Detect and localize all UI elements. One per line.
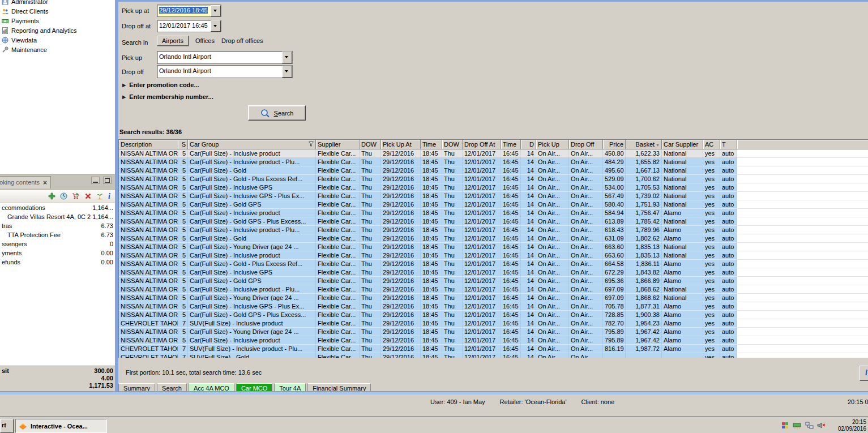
table-cell: Thu: [360, 217, 381, 226]
column-header-time[interactable]: Time: [501, 140, 521, 149]
table-row[interactable]: NISSAN ALTIMA OR ...5Car(Full Size) - Go…: [119, 234, 737, 243]
column-header-description[interactable]: Description: [119, 140, 178, 149]
search-button[interactable]: Search: [248, 105, 306, 121]
table-row[interactable]: NISSAN ALTIMA OR ...5Car(Full Size) - Go…: [119, 311, 737, 319]
network-connection-icon[interactable]: [805, 422, 814, 429]
column-header-price[interactable]: Price: [603, 140, 626, 149]
table-row[interactable]: NISSAN ALTIMA OR ...5Car(Full Size) - Yo…: [119, 328, 737, 336]
table-row[interactable]: NISSAN ALTIMA OR ...5Car(Full Size) - In…: [119, 302, 737, 311]
column-header-ac[interactable]: AC: [703, 140, 720, 149]
table-row[interactable]: NISSAN ALTIMA OR ...5Car(Full Size) - In…: [119, 158, 737, 166]
table-row[interactable]: NISSAN ALTIMA OR ...5Car(Full Size) - In…: [119, 183, 737, 192]
tray-clock[interactable]: 20:15 02/09/2016: [830, 418, 866, 432]
search-in-tab-drop-off-offices[interactable]: Drop off offices: [221, 36, 263, 45]
promotion-code-expander[interactable]: ▶ Enter promotion code...: [122, 82, 199, 88]
dropoff-at-field[interactable]: 12/01/2017 16:45: [157, 20, 221, 32]
column-header-dow[interactable]: DOW: [360, 140, 381, 149]
table-row[interactable]: CHEVROLET TAHOE ...7SUV(Full Size) - Inc…: [119, 345, 737, 353]
column-header-car-group[interactable]: Car Group: [188, 140, 316, 149]
chevron-down-icon[interactable]: [282, 52, 292, 63]
column-header-basket[interactable]: Basket▼: [626, 140, 662, 149]
booking-item[interactable]: yments0.00: [0, 248, 115, 258]
search-in-tab-offices[interactable]: Offices: [195, 36, 215, 45]
info-button[interactable]: i: [860, 366, 868, 381]
pickup-at-field[interactable]: 29/12/2016 18:45: [157, 5, 221, 17]
table-cell: Flexible Car...: [316, 294, 360, 302]
volume-muted-icon[interactable]: [817, 422, 826, 429]
table-row[interactable]: CHEVROLET TAHOE ...7SUV(Full Size) - Inc…: [119, 319, 737, 328]
chevron-down-icon[interactable]: [211, 5, 221, 16]
table-cell: Car(Full Size) - Inclusive product - Plu…: [188, 226, 316, 234]
sidebar-item-administrator[interactable]: Administrator: [2, 0, 114, 6]
info-icon[interactable]: i: [108, 192, 110, 201]
taskbar-window-button[interactable]: Interactive - Ocea...: [15, 419, 107, 433]
column-header-car-supplier[interactable]: Car Supplier: [662, 140, 703, 149]
table-row[interactable]: NISSAN ALTIMA OR ...5Car(Full Size) - In…: [119, 226, 737, 234]
booking-item[interactable]: ssengers0: [0, 239, 115, 248]
table-row[interactable]: NISSAN ALTIMA OR ...5Car(Full Size) - In…: [119, 192, 737, 200]
dropoff-at-value: 12/01/2017 16:45: [157, 20, 211, 32]
booking-item[interactable]: TTA Protection Fee6.73: [0, 230, 115, 239]
booking-item[interactable]: tras6.73: [0, 221, 115, 230]
table-row[interactable]: NISSAN ALTIMA OR ...5Car(Full Size) - In…: [119, 209, 737, 217]
sidebar-item-payments[interactable]: Payments: [2, 16, 114, 25]
table-row[interactable]: NISSAN ALTIMA OR ...5Car(Full Size) - Yo…: [119, 243, 737, 251]
cart-icon[interactable]: [72, 192, 80, 200]
table-row[interactable]: NISSAN ALTIMA OR ...5Car(Full Size) - Yo…: [119, 294, 737, 302]
column-header-time[interactable]: Time: [421, 140, 442, 149]
booking-item[interactable]: ccommodations1,164...: [0, 203, 115, 212]
system-icon[interactable]: [781, 422, 789, 429]
column-header-d[interactable]: D: [521, 140, 536, 149]
table-cell: CHEVROLET TAHOE ...: [119, 345, 178, 353]
booking-contents-tab[interactable]: oking contents ×: [0, 176, 51, 188]
column-header-drop-off[interactable]: Drop Off: [569, 140, 603, 149]
column-header-s[interactable]: S: [178, 140, 188, 149]
maximize-icon[interactable]: [103, 177, 112, 184]
table-row[interactable]: NISSAN ALTIMA OR ...5Car(Full Size) - Go…: [119, 260, 737, 268]
minimize-icon[interactable]: [91, 177, 100, 184]
booking-item[interactable]: Grande Villas Resort 4A, 0C 21,164...: [0, 212, 115, 221]
table-row[interactable]: NISSAN ALTIMA OR ...5Car(Full Size) - In…: [119, 149, 737, 158]
table-row[interactable]: NISSAN ALTIMA OR ...5Car(Full Size) - Go…: [119, 277, 737, 285]
start-button[interactable]: rt: [0, 419, 14, 433]
filter-icon[interactable]: [309, 142, 314, 147]
clock-icon[interactable]: [60, 192, 67, 200]
column-header-dow[interactable]: DOW: [442, 140, 463, 149]
sidebar-item-viewdata[interactable]: Viewdata: [2, 35, 114, 45]
sidebar-item-direct-clients[interactable]: Direct Clients: [2, 6, 114, 16]
column-header-pick-up[interactable]: Pick Up: [536, 140, 569, 149]
sidebar-item-reporting-and-analytics[interactable]: Reporting and Analytics: [2, 25, 114, 35]
table-row[interactable]: NISSAN ALTIMA OR ...5Car(Full Size) - In…: [119, 268, 737, 277]
table-cell: 29/12/2016: [381, 294, 421, 302]
dropoff-location-select[interactable]: Orlando Intl Airport: [157, 65, 293, 78]
close-icon[interactable]: ×: [43, 179, 47, 186]
column-header-pick-up-at[interactable]: Pick Up At: [381, 140, 421, 149]
column-header-t[interactable]: T: [720, 140, 737, 149]
table-row[interactable]: CHEVROLET TAHOE ...7SUV(Full Size) - Gol…: [119, 353, 737, 358]
membership-number-expander[interactable]: ▶ Enter membership number...: [122, 93, 213, 100]
dropoff-at-label: Drop off at: [122, 23, 151, 29]
chevron-down-icon[interactable]: [211, 20, 221, 32]
table-row[interactable]: NISSAN ALTIMA OR ...5Car(Full Size) - In…: [119, 251, 737, 260]
sidebar-item-maintenance[interactable]: Maintenance: [2, 45, 114, 54]
table-cell: auto: [720, 353, 737, 358]
search-in-tab-airports[interactable]: Airports: [157, 36, 189, 46]
column-header-supplier[interactable]: Supplier: [316, 140, 360, 149]
chevron-down-icon[interactable]: [282, 66, 292, 78]
booking-item[interactable]: efunds0.00: [0, 258, 115, 267]
table-row[interactable]: NISSAN ALTIMA OR ...5Car(Full Size) - In…: [119, 285, 737, 294]
network-card-icon[interactable]: [793, 422, 802, 429]
table-row[interactable]: NISSAN ALTIMA OR ...5Car(Full Size) - In…: [119, 336, 737, 345]
table-row[interactable]: NISSAN ALTIMA OR ...5Car(Full Size) - Go…: [119, 217, 737, 226]
table-row[interactable]: NISSAN ALTIMA OR ...5Car(Full Size) - Go…: [119, 175, 737, 183]
add-icon[interactable]: [48, 192, 55, 200]
table-cell: 14: [521, 345, 536, 353]
column-header-drop-off-at[interactable]: Drop Off At: [463, 140, 501, 149]
table-cell: 16:45: [501, 158, 521, 166]
pickup-location-select[interactable]: Orlando Intl Airport: [157, 51, 293, 64]
delete-icon[interactable]: [84, 192, 92, 200]
palm-tree-icon[interactable]: [96, 192, 104, 200]
table-cell: 14: [521, 166, 536, 175]
table-row[interactable]: NISSAN ALTIMA OR ...5Car(Full Size) - Go…: [119, 166, 737, 175]
table-row[interactable]: NISSAN ALTIMA OR ...5Car(Full Size) - Go…: [119, 200, 737, 209]
